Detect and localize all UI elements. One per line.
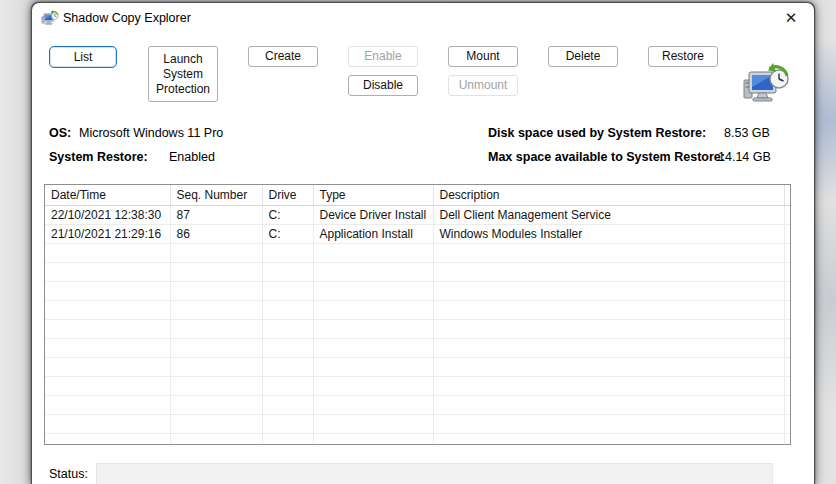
empty-table-row — [45, 396, 790, 415]
table-cell — [313, 339, 433, 358]
table-cell — [433, 358, 784, 377]
status-label: Status: — [49, 467, 88, 481]
table-cell — [313, 415, 433, 434]
launch-system-protection-button[interactable]: Launch System Protection — [148, 46, 218, 102]
delete-button[interactable]: Delete — [548, 46, 618, 67]
table-cell — [45, 377, 170, 396]
max-space-label: Max space available to System Restore: — [488, 150, 725, 164]
table-cell — [45, 244, 170, 263]
close-button[interactable]: ✕ — [780, 8, 802, 28]
table-cell[interactable]: C: — [262, 206, 313, 225]
table-cell — [170, 263, 262, 282]
table-cell[interactable]: 86 — [170, 225, 262, 244]
table-cell — [784, 263, 790, 282]
table-cell — [433, 244, 784, 263]
table-cell[interactable]: C: — [262, 225, 313, 244]
disk-used-value: 8.53 GB — [724, 126, 770, 140]
table-cell — [45, 415, 170, 434]
empty-table-row — [45, 320, 790, 339]
table-cell — [262, 339, 313, 358]
table-cell — [170, 339, 262, 358]
app-window: Shadow Copy Explorer ✕ List Launch Syste… — [31, 2, 815, 484]
table-cell — [433, 396, 784, 415]
list-button[interactable]: List — [49, 46, 117, 68]
disable-button[interactable]: Disable — [348, 75, 418, 96]
app-icon — [41, 9, 59, 27]
column-header[interactable]: Date/Time — [45, 185, 170, 206]
table-cell — [784, 282, 790, 301]
window-title: Shadow Copy Explorer — [63, 11, 191, 25]
table-cell — [784, 377, 790, 396]
status-bar — [96, 463, 773, 484]
table-cell — [262, 434, 313, 446]
table-cell — [262, 263, 313, 282]
table-cell — [784, 434, 790, 446]
table-cell — [170, 396, 262, 415]
max-space-value: 14.14 GB — [718, 150, 771, 164]
table-cell[interactable]: Application Install — [313, 225, 433, 244]
empty-table-row — [45, 301, 790, 320]
column-header[interactable]: Drive — [262, 185, 313, 206]
table-cell — [313, 244, 433, 263]
table-cell — [433, 301, 784, 320]
os-value: Microsoft Windows 11 Pro — [79, 126, 223, 140]
column-header[interactable]: Seq. Number — [170, 185, 262, 206]
table-cell — [170, 434, 262, 446]
table-cell — [433, 320, 784, 339]
table-cell — [313, 377, 433, 396]
empty-table-row — [45, 263, 790, 282]
system-restore-label: System Restore: — [49, 150, 148, 164]
column-header[interactable]: Description — [433, 185, 784, 206]
table-cell[interactable]: 87 — [170, 206, 262, 225]
table-cell[interactable]: 21/10/2021 21:29:16 — [45, 225, 170, 244]
empty-table-row — [45, 339, 790, 358]
table-cell[interactable] — [784, 225, 790, 244]
empty-table-row — [45, 358, 790, 377]
table-cell — [784, 396, 790, 415]
table-cell — [45, 358, 170, 377]
title-bar[interactable]: Shadow Copy Explorer ✕ — [32, 3, 814, 33]
table-cell — [433, 377, 784, 396]
table-cell — [313, 358, 433, 377]
table-cell — [262, 301, 313, 320]
table-cell — [45, 263, 170, 282]
shadow-copy-table: Date/TimeSeq. NumberDriveTypeDescription… — [44, 184, 791, 445]
table-cell — [313, 434, 433, 446]
restore-button[interactable]: Restore — [648, 46, 718, 67]
unmount-button: Unmount — [448, 75, 518, 96]
table-cell — [784, 339, 790, 358]
table-cell — [45, 434, 170, 446]
table-cell[interactable]: Dell Client Management Service — [433, 206, 784, 225]
system-restore-icon — [742, 59, 790, 109]
table-cell — [262, 282, 313, 301]
create-button[interactable]: Create — [248, 46, 318, 67]
table-cell — [262, 358, 313, 377]
table-cell — [784, 320, 790, 339]
column-header[interactable] — [784, 185, 790, 206]
table-cell — [313, 320, 433, 339]
table-cell[interactable] — [784, 206, 790, 225]
table-cell — [45, 339, 170, 358]
column-header[interactable]: Type — [313, 185, 433, 206]
os-label: OS: — [49, 126, 71, 140]
table-row[interactable]: 21/10/2021 21:29:1686C:Application Insta… — [45, 225, 790, 244]
table-cell — [45, 282, 170, 301]
table-cell — [784, 415, 790, 434]
table-cell — [170, 244, 262, 263]
table-cell — [433, 282, 784, 301]
table-cell[interactable]: 22/10/2021 12:38:30 — [45, 206, 170, 225]
table-cell — [262, 320, 313, 339]
table-cell — [262, 244, 313, 263]
table-cell — [313, 263, 433, 282]
table-cell — [170, 358, 262, 377]
empty-table-row — [45, 244, 790, 263]
disk-used-label: Disk space used by System Restore: — [488, 126, 706, 140]
system-restore-value: Enabled — [169, 150, 215, 164]
table-row[interactable]: 22/10/2021 12:38:3087C:Device Driver Ins… — [45, 206, 790, 225]
table-cell — [170, 377, 262, 396]
table-cell — [433, 415, 784, 434]
enable-button: Enable — [348, 46, 418, 67]
mount-button[interactable]: Mount — [448, 46, 518, 67]
table-cell[interactable]: Windows Modules Installer — [433, 225, 784, 244]
table-cell[interactable]: Device Driver Install — [313, 206, 433, 225]
